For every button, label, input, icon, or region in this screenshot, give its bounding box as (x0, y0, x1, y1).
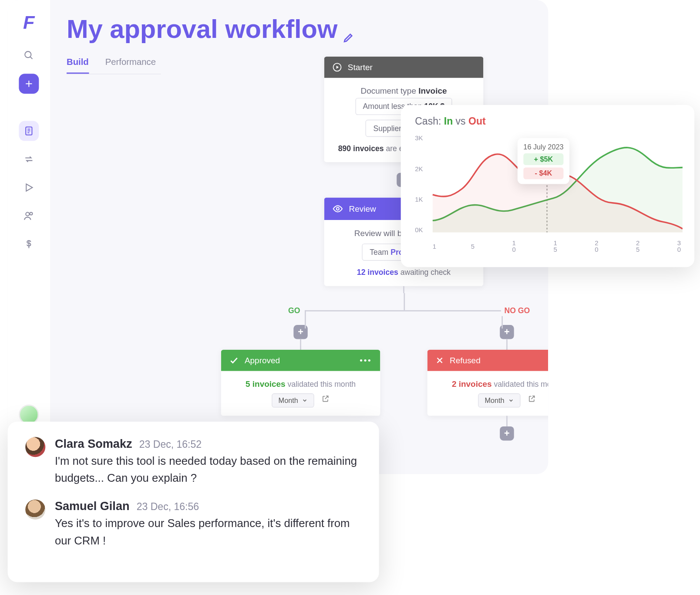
documents-icon[interactable] (19, 121, 39, 141)
chat-panel: Clara Somakz 23 Dec, 16:52 I'm not sure … (8, 422, 379, 582)
chat-time: 23 Dec, 16:56 (137, 501, 199, 513)
chat-author: Clara Somakz (55, 437, 132, 450)
external-link-icon[interactable] (321, 395, 329, 405)
svg-text:3K: 3K (415, 135, 423, 142)
chat-message: Samuel Gilan 23 Dec, 16:56 Yes it's to i… (25, 500, 361, 549)
svg-text:0: 0 (677, 246, 681, 253)
chat-author: Samuel Gilan (55, 500, 130, 513)
chart-title: Cash: In vs Out (415, 115, 683, 127)
avatar (25, 500, 45, 520)
people-icon[interactable] (19, 206, 39, 226)
dollar-icon[interactable] (19, 234, 39, 254)
more-icon[interactable]: ••• (360, 355, 372, 365)
chat-time: 23 Dec, 16:52 (139, 439, 202, 450)
svg-text:5: 5 (471, 243, 475, 250)
branch-split: GO NO GO (262, 293, 545, 328)
chevron-down-icon (508, 398, 514, 404)
eye-icon (333, 203, 343, 214)
starter-title: Starter (348, 63, 373, 72)
transfers-icon[interactable] (19, 149, 39, 169)
svg-text:0: 0 (595, 246, 598, 253)
search-icon[interactable] (19, 45, 39, 65)
dropdown-month-approved[interactable]: Month (272, 393, 314, 407)
svg-text:1K: 1K (415, 196, 423, 203)
label-nogo: NO GO (501, 305, 533, 316)
svg-point-10 (30, 212, 32, 215)
svg-line-1 (30, 57, 32, 59)
play-circle-icon (333, 63, 342, 72)
edit-icon[interactable] (342, 20, 354, 50)
tabs: Build Performance (67, 57, 161, 74)
chart-tooltip: 16 July 2023 + $5K - $4K (518, 138, 569, 184)
node-refused[interactable]: Refused ••• 2 invoices validated this mo… (427, 350, 549, 416)
svg-text:1: 1 (512, 240, 516, 247)
close-icon (436, 356, 444, 365)
external-link-icon[interactable] (527, 395, 535, 405)
avatar (25, 437, 45, 457)
svg-text:5: 5 (553, 246, 557, 253)
logo: F (23, 12, 34, 34)
tab-build[interactable]: Build (67, 57, 89, 74)
tooltip-in: + $5K (523, 153, 563, 165)
svg-text:5: 5 (636, 246, 639, 253)
label-go: GO (285, 305, 304, 316)
svg-text:0: 0 (512, 246, 516, 253)
svg-text:0K: 0K (415, 227, 423, 233)
svg-text:3: 3 (677, 240, 681, 247)
svg-text:1: 1 (433, 243, 436, 250)
tab-performance[interactable]: Performance (105, 57, 156, 74)
tooltip-out: - $4K (523, 168, 563, 179)
add-button[interactable] (19, 74, 39, 94)
dropdown-month-refused[interactable]: Month (478, 393, 521, 407)
svg-marker-13 (337, 66, 339, 69)
check-icon (229, 355, 239, 365)
chat-message: Clara Somakz 23 Dec, 16:52 I'm not sure … (25, 437, 361, 487)
svg-text:2: 2 (595, 240, 598, 247)
node-approved[interactable]: Approved ••• 5 invoices validated this m… (221, 350, 380, 416)
review-title: Review (349, 204, 376, 213)
chat-text: Yes it's to improve our Sales performanc… (55, 515, 361, 549)
svg-text:2K: 2K (415, 166, 423, 172)
chat-text: I'm not sure this tool is needed today b… (55, 453, 361, 487)
svg-point-0 (25, 51, 31, 57)
add-step-after-refused[interactable]: + (500, 426, 514, 440)
svg-text:2: 2 (636, 240, 639, 247)
chart-card: Cash: In vs Out 3K 2K 1K 0K 1 5 10 15 20… (401, 105, 694, 267)
svg-point-14 (337, 207, 339, 210)
page-title: My approval workflow (67, 14, 548, 49)
sidebar: F (8, 0, 50, 474)
chevron-down-icon (302, 398, 308, 404)
play-icon[interactable] (19, 178, 39, 198)
svg-marker-8 (26, 184, 32, 191)
svg-point-9 (26, 212, 29, 216)
svg-text:1: 1 (553, 240, 557, 247)
